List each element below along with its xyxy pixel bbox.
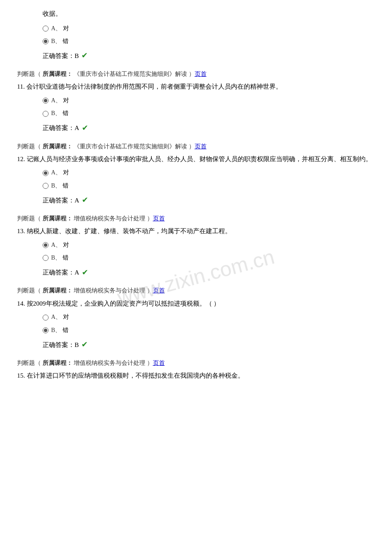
intro-text: 收据。 <box>43 9 375 20</box>
top-link-q11[interactable]: 页首 <box>195 143 207 150</box>
radio-inner-q11-a <box>44 99 47 102</box>
checkmark-q13: ✔ <box>82 266 88 279</box>
category-line-q13: 判断题（ 所属课程： 增值税纳税实务与会计处理 ）页首 <box>17 286 375 295</box>
option-row-q13-b: B、 错 <box>43 253 375 263</box>
option-text-q14-b: 错 <box>63 326 69 335</box>
option-text-q12-b: 错 <box>63 181 69 191</box>
top-link-q13[interactable]: 页首 <box>153 287 165 294</box>
top-link-q14[interactable]: 页首 <box>153 360 165 366</box>
option-text-q10-a: 对 <box>63 24 69 33</box>
answer-line-q11: 正确答案：A ✔ <box>43 122 375 134</box>
top-link-q12[interactable]: 页首 <box>153 215 165 222</box>
options-area-q13: A、 对 B、 错 <box>43 240 375 263</box>
question-number-q11: 11. <box>17 83 25 90</box>
option-row-q12-a: A、 对 <box>43 168 375 177</box>
option-text-q13-a: 对 <box>63 240 69 250</box>
question-text-q13: 13. 纳税人新建、改建、扩建、修缮、装饰不动产，均属于不动产在建工程。 <box>17 226 375 237</box>
radio-inner-q13-a <box>44 243 47 247</box>
options-area-q11: A、 对 B、 错 <box>43 96 375 119</box>
options-area-q14: A、 对 B、 错 <box>43 312 375 335</box>
question-block-q13: 13. 纳税人新建、改建、扩建、修缮、装饰不动产，均属于不动产在建工程。 A、 … <box>17 226 375 278</box>
option-row-q12-b: B、 错 <box>43 181 375 191</box>
options-area-q10: A、 对 B、 错 <box>43 24 375 46</box>
option-row-q10-b: B、 错 <box>43 37 375 46</box>
question-number-q13: 13. <box>17 228 25 234</box>
radio-q13-a[interactable] <box>43 242 49 248</box>
radio-inner-q14-b <box>44 329 47 332</box>
answer-line-q13: 正确答案：A ✔ <box>43 266 375 279</box>
suoshu-label-q11: 所属课程： <box>43 143 72 150</box>
radio-inner-q12-a <box>44 171 47 175</box>
option-text-q11-a: 对 <box>63 96 69 105</box>
option-row-q14-b: B、 错 <box>43 326 375 335</box>
option-label-q13-b: B、 <box>51 253 61 263</box>
suoshu-label-q14: 所属课程： <box>43 360 72 366</box>
correct-answer-label-q11: 正确答案：A <box>43 123 79 133</box>
radio-q11-b[interactable] <box>43 111 49 117</box>
category-line-q14: 判断题（ 所属课程： 增值税纳税实务与会计处理 ）页首 <box>17 358 375 368</box>
option-row-q11-b: B、 错 <box>43 109 375 118</box>
radio-q12-a[interactable] <box>43 170 49 176</box>
option-label-q13-a: A、 <box>51 240 61 250</box>
option-text-q12-a: 对 <box>63 168 69 177</box>
answer-line-q10: 正确答案：B ✔ <box>43 49 375 62</box>
option-text-q13-b: 错 <box>63 253 69 263</box>
question-number-q15: 15. <box>17 372 25 379</box>
question-number-q14: 14. <box>17 300 25 307</box>
suoshu-label-q13: 所属课程： <box>43 287 72 294</box>
radio-q10-b[interactable] <box>43 38 49 44</box>
category-line-q11: 判断题（ 所属课程： 《重庆市会计基础工作规范实施细则》解读 ）页首 <box>17 142 375 151</box>
question-block-q10: A、 对 B、 错 正确答案：B ✔ <box>17 24 375 62</box>
suoshu-label-q10: 所属课程： <box>43 71 72 77</box>
correct-answer-label-q12: 正确答案：A <box>43 195 79 205</box>
radio-q10-a[interactable] <box>43 26 49 32</box>
radio-q11-a[interactable] <box>43 98 49 104</box>
category-line-q12: 判断题（ 所属课程： 增值税纳税实务与会计处理 ）页首 <box>17 214 375 223</box>
option-row-q10-a: A、 对 <box>43 24 375 33</box>
question-block-q15: 15. 在计算进口环节的应纳增值税税额时，不得抵扣发生在我国境内的各种税金。 <box>17 370 375 382</box>
question-text-q11: 11. 会计职业道德与会计法律制度的作用范围不同，前者侧重于调整会计人员内在的精… <box>17 81 375 92</box>
option-label-q10-b: B、 <box>51 37 61 46</box>
option-label-q14-b: B、 <box>51 326 61 335</box>
option-label-q12-b: B、 <box>51 181 61 191</box>
question-text-q14: 14. 按2009年税法规定，企业购入的固定资产均可以抵扣进项税额。（ ） <box>17 298 375 309</box>
question-block-q14: 14. 按2009年税法规定，企业购入的固定资产均可以抵扣进项税额。（ ） A、… <box>17 298 375 351</box>
option-text-q14-a: 对 <box>63 312 69 322</box>
question-number-q12: 12. <box>17 156 25 162</box>
radio-q14-a[interactable] <box>43 315 49 321</box>
checkmark-q10: ✔ <box>81 49 88 62</box>
option-row-q14-a: A、 对 <box>43 312 375 322</box>
answer-line-q14: 正确答案：B ✔ <box>43 338 375 351</box>
radio-q14-b[interactable] <box>43 327 49 333</box>
option-text-q11-b: 错 <box>63 109 69 118</box>
correct-answer-label-q14: 正确答案：B <box>43 340 79 350</box>
option-label-q14-a: A、 <box>51 312 61 322</box>
option-label-q11-b: B、 <box>51 109 61 118</box>
option-label-q11-a: A、 <box>51 96 61 105</box>
top-link-q10[interactable]: 页首 <box>195 71 207 77</box>
checkmark-q11: ✔ <box>82 122 88 134</box>
checkmark-q12: ✔ <box>82 194 88 206</box>
checkmark-q14: ✔ <box>81 338 88 351</box>
question-block-q11: 11. 会计职业道德与会计法律制度的作用范围不同，前者侧重于调整会计人员内在的精… <box>17 81 375 134</box>
option-text-q10-b: 错 <box>63 37 69 46</box>
option-row-q11-a: A、 对 <box>43 96 375 105</box>
option-row-q13-a: A、 对 <box>43 240 375 250</box>
correct-answer-label-q13: 正确答案：A <box>43 267 79 278</box>
suoshu-label-q12: 所属课程： <box>43 215 72 222</box>
radio-q12-b[interactable] <box>43 183 49 189</box>
options-area-q12: A、 对 B、 错 <box>43 168 375 191</box>
answer-line-q12: 正确答案：A ✔ <box>43 194 375 206</box>
radio-q13-b[interactable] <box>43 255 49 261</box>
radio-inner-q10-b <box>44 40 47 43</box>
question-text-q12: 12. 记账人员与经济业务事项或会计事项的审批人员、经办人员、财物保管人员的职责… <box>17 154 375 165</box>
option-label-q12-a: A、 <box>51 168 61 177</box>
question-block-q12: 12. 记账人员与经济业务事项或会计事项的审批人员、经办人员、财物保管人员的职责… <box>17 154 375 206</box>
category-line-q10: 判断题（ 所属课程： 《重庆市会计基础工作规范实施细则》解读 ）页首 <box>17 69 375 79</box>
option-label-q10-a: A、 <box>51 24 61 33</box>
question-text-q15: 15. 在计算进口环节的应纳增值税税额时，不得抵扣发生在我国境内的各种税金。 <box>17 370 375 382</box>
correct-answer-label-q10: 正确答案：B <box>43 51 79 61</box>
